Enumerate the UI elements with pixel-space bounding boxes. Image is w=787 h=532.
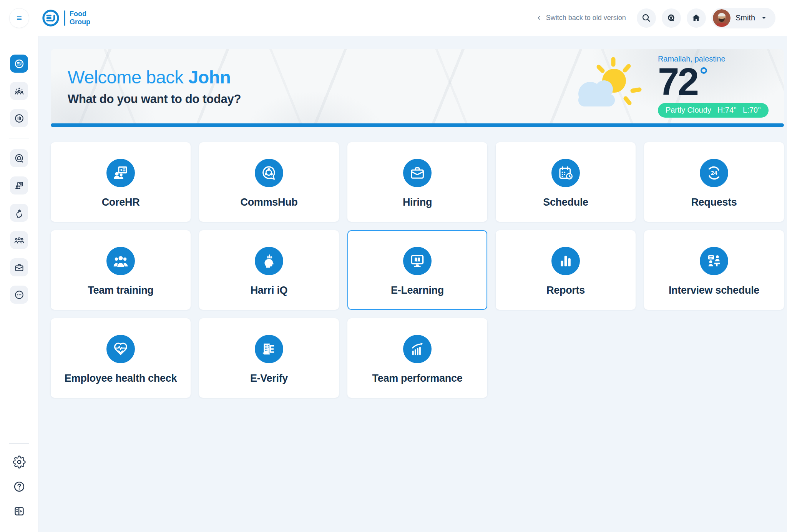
tile-e-learning[interactable]: E-Learning xyxy=(347,230,487,310)
welcome-prefix: Welcome back xyxy=(68,67,183,87)
sidebar-bottom xyxy=(9,443,29,520)
home-icon xyxy=(691,13,701,23)
elearning-icon xyxy=(409,253,426,269)
team-stars-icon xyxy=(14,86,25,96)
tile-label: CommsHub xyxy=(240,196,297,208)
commshub-icon xyxy=(261,165,277,181)
more-ellipsis-icon xyxy=(14,289,25,300)
tiles-grid: CoreHR CommsHub Hiring Schedule Requests… xyxy=(51,142,784,398)
welcome-text-block: Welcome back John What do you want to do… xyxy=(68,66,241,106)
tile-hiring[interactable]: Hiring xyxy=(347,142,487,222)
weather-temperature: 72 xyxy=(658,63,697,100)
home-button[interactable] xyxy=(687,8,706,28)
briefcase-icon xyxy=(14,262,25,273)
comms-button[interactable] xyxy=(662,8,681,28)
tile-schedule[interactable]: Schedule xyxy=(496,142,636,222)
everify-icon xyxy=(261,341,277,357)
tile-label: CoreHR xyxy=(102,196,140,208)
sidebar-item-people[interactable] xyxy=(10,231,28,249)
tile-interview-schedule[interactable]: Interview schedule xyxy=(644,230,784,310)
tile-commshub[interactable]: CommsHub xyxy=(199,142,339,222)
tile-team-training[interactable]: Team training xyxy=(51,230,191,310)
hiring-icon xyxy=(409,165,426,181)
interview-schedule-icon xyxy=(706,253,722,269)
search-icon xyxy=(641,13,651,23)
sidebar-item-commshub[interactable] xyxy=(10,149,28,167)
app-body: Welcome back John What do you want to do… xyxy=(0,36,787,532)
banner-accent-bar xyxy=(51,123,784,127)
commshub-icon xyxy=(14,153,25,164)
welcome-heading: Welcome back John xyxy=(68,66,241,88)
health-check-icon xyxy=(112,341,129,357)
weather-low: L:70° xyxy=(743,106,761,115)
sidebar-item-harri-iq[interactable] xyxy=(10,204,28,222)
tile-e-verify[interactable]: E-Verify xyxy=(199,318,339,398)
tile-requests[interactable]: Requests xyxy=(644,142,784,222)
help-icon xyxy=(13,480,26,493)
weather-temperature-row: 72 xyxy=(658,63,707,100)
harri-iq-icon xyxy=(261,253,277,269)
sidebar-item-team-training[interactable] xyxy=(10,176,28,195)
tile-label: Hiring xyxy=(403,196,432,208)
requests-icon xyxy=(706,165,722,181)
welcome-name: John xyxy=(188,67,231,87)
tile-reports[interactable]: Reports xyxy=(496,230,636,310)
avatar xyxy=(713,9,731,27)
tile-harri-iq[interactable]: Harri iQ xyxy=(199,230,339,310)
main-content: Welcome back John What do you want to do… xyxy=(38,36,787,532)
header-logo[interactable]: Food Group xyxy=(41,8,90,28)
menu-icon xyxy=(14,13,24,23)
settings-gear-icon xyxy=(13,456,26,469)
tile-employee-health-check[interactable]: Employee health check xyxy=(51,318,191,398)
brand-name-line2: Group xyxy=(70,18,90,26)
tile-label: Harri iQ xyxy=(251,284,288,296)
weather-illustration xyxy=(569,55,649,117)
sidebar-item-help[interactable] xyxy=(12,480,26,494)
sidebar-item-team-recognition[interactable] xyxy=(10,82,28,100)
avatar-photo xyxy=(713,9,731,27)
chevron-left-icon xyxy=(536,15,542,21)
tile-corehr[interactable]: CoreHR xyxy=(51,142,191,222)
tile-label: Interview schedule xyxy=(669,284,759,296)
menu-button[interactable] xyxy=(9,8,29,28)
partly-cloudy-icon xyxy=(569,55,649,117)
sidebar-divider-bottom xyxy=(9,443,29,444)
welcome-banner: Welcome back John What do you want to do… xyxy=(51,49,784,123)
page: { "header": { "brand": { "name_line1": "… xyxy=(0,0,787,532)
reports-icon xyxy=(557,253,574,269)
user-name: Smith xyxy=(736,13,755,22)
switch-back-link[interactable]: Switch back to old version xyxy=(536,14,626,22)
comms-icon xyxy=(666,13,676,23)
sidebar-item-home-app[interactable] xyxy=(10,55,28,73)
sidebar xyxy=(0,36,38,532)
people-group-icon xyxy=(14,235,25,246)
sidebar-item-hiring[interactable] xyxy=(10,258,28,276)
sidebar-item-settings[interactable] xyxy=(12,455,26,469)
tile-label: E-Learning xyxy=(391,284,444,296)
insights-pause-icon xyxy=(14,113,25,124)
header-actions xyxy=(637,8,706,28)
corehr-icon xyxy=(112,165,129,181)
caret-down-icon xyxy=(760,14,768,22)
tile-team-performance[interactable]: Team performance xyxy=(347,318,487,398)
sidebar-item-more[interactable] xyxy=(10,286,28,304)
tile-label: Requests xyxy=(691,196,737,208)
sidebar-item-insights[interactable] xyxy=(10,109,28,127)
brand-name-line1: Food xyxy=(70,10,90,18)
search-button[interactable] xyxy=(637,8,656,28)
team-training-icon xyxy=(112,253,129,269)
weather-widget: Ramallah, palestine 72 Partly Cloudy H:7… xyxy=(569,55,769,118)
weather-condition: Partly Cloudy xyxy=(666,106,711,115)
weather-condition-pill: Partly Cloudy H:74° L:70° xyxy=(658,103,769,118)
tile-label: Schedule xyxy=(543,196,588,208)
top-header: Food Group Switch back to old version Sm… xyxy=(0,0,787,36)
tile-label: E-Verify xyxy=(250,372,288,384)
sidebar-expand-button[interactable] xyxy=(12,504,26,518)
user-menu[interactable]: Smith xyxy=(711,8,775,28)
brand-divider xyxy=(64,10,65,26)
schedule-icon xyxy=(557,165,574,181)
brand-name: Food Group xyxy=(70,10,90,25)
expand-panel-icon xyxy=(13,505,26,518)
tile-label: Team training xyxy=(88,284,153,296)
welcome-subtitle: What do you want to do today? xyxy=(68,92,241,106)
